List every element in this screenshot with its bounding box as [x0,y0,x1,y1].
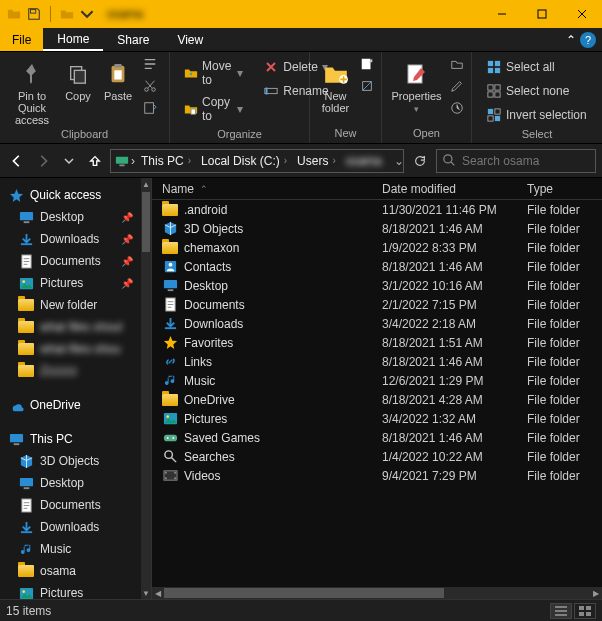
edit-icon[interactable] [449,78,465,94]
tree-item[interactable]: Documents📌 [0,250,151,272]
share-tab[interactable]: Share [103,28,163,51]
close-button[interactable] [562,0,602,28]
search-input[interactable] [462,154,602,168]
tree-item[interactable]: Downloads [0,516,151,538]
title-bar: osama [0,0,602,28]
svg-rect-28 [495,116,500,121]
forward-button[interactable] [32,150,54,172]
folder-icon [162,240,178,256]
file-row[interactable]: 3D Objects8/18/2021 1:46 AMFile folder [152,219,602,238]
dropdown-icon[interactable] [79,6,95,22]
tree-item[interactable]: Pictures [0,582,151,599]
folder-icon [18,319,34,335]
view-tab[interactable]: View [163,28,217,51]
tree-item[interactable]: Zzzzzz [0,360,151,382]
copy-path-icon[interactable] [142,56,158,72]
paste-button[interactable]: Paste [98,56,138,102]
horizontal-scrollbar[interactable]: ◀▶ [152,587,602,599]
file-row[interactable]: Searches1/4/2022 10:22 AMFile folder [152,447,602,466]
file-row[interactable]: chemaxon1/9/2022 8:33 PMFile folder [152,238,602,257]
organize-group-label: Organize [170,126,309,144]
minimize-button[interactable] [482,0,522,28]
file-row[interactable]: .android11/30/2021 11:46 PMFile folder [152,200,602,219]
crumb-this-pc[interactable]: This PC› [137,154,195,168]
column-name[interactable]: Name⌃ [152,182,382,196]
properties-button[interactable]: Properties▾ [388,56,445,114]
back-button[interactable] [6,150,28,172]
up-button[interactable] [84,150,106,172]
sidebar-scrollbar[interactable]: ▲▼ [141,178,151,599]
refresh-button[interactable] [408,149,432,173]
address-dropdown-icon[interactable]: ⌄ [388,154,404,168]
details-view-button[interactable] [550,603,572,619]
tree-item[interactable]: Pictures📌 [0,272,151,294]
file-row[interactable]: Videos9/4/2021 7:29 PMFile folder [152,466,602,485]
pc-icon [115,153,129,169]
move-to-button[interactable]: Move to▾ [178,56,249,90]
tree-item[interactable]: Desktop [0,472,151,494]
cut-icon[interactable] [142,78,158,94]
select-group-label: Select [472,126,602,144]
select-none-button[interactable]: Select none [480,80,593,102]
file-row[interactable]: Desktop3/1/2022 10:16 AMFile folder [152,276,602,295]
column-type[interactable]: Type [527,182,602,196]
file-row[interactable]: Favorites8/18/2021 1:51 AMFile folder [152,333,602,352]
home-tab[interactable]: Home [43,28,103,51]
crumb-users[interactable]: Users› [293,154,340,168]
copy-to-button[interactable]: Copy to▾ [178,92,249,126]
column-headers[interactable]: Name⌃ Date modified Type [152,178,602,200]
new-folder-button[interactable]: New folder [316,56,355,114]
folder-icon [18,563,34,579]
breadcrumb[interactable]: › This PC› Local Disk (C:)› Users› osama… [110,149,404,173]
new-item-icon[interactable] [359,56,375,72]
help-icon[interactable]: ? [580,32,596,48]
column-date[interactable]: Date modified [382,182,527,196]
crumb-local-disk[interactable]: Local Disk (C:)› [197,154,291,168]
file-type: File folder [527,203,602,217]
tree-item[interactable]: 3D Objects [0,450,151,472]
tree-item[interactable]: Quick access [0,184,151,206]
tree-item[interactable]: osama [0,560,151,582]
file-row[interactable]: Downloads3/4/2022 2:18 AMFile folder [152,314,602,333]
copy-button[interactable]: Copy [58,56,98,102]
collapse-ribbon-icon[interactable]: ⌃ [566,33,576,47]
tree-item[interactable]: This PC [0,428,151,450]
file-row[interactable]: Saved Games8/18/2021 1:46 AMFile folder [152,428,602,447]
history-icon[interactable] [449,100,465,116]
tree-item[interactable]: New folder [0,294,151,316]
file-row[interactable]: Links8/18/2021 1:46 AMFile folder [152,352,602,371]
copy-icon [64,60,92,88]
save-icon[interactable] [26,6,42,22]
move-to-icon [184,65,198,81]
thumbnails-view-button[interactable] [574,603,596,619]
tree-item[interactable]: what-files-shou [0,338,151,360]
invert-selection-button[interactable]: Invert selection [480,104,593,126]
tree-item[interactable]: Music [0,538,151,560]
chevron-right-icon[interactable]: › [131,154,135,168]
file-tab[interactable]: File [0,28,43,51]
file-row[interactable]: OneDrive8/18/2021 4:28 AMFile folder [152,390,602,409]
file-row[interactable]: Music12/6/2021 1:29 PMFile folder [152,371,602,390]
tree-item[interactable]: Downloads📌 [0,228,151,250]
easy-access-icon[interactable] [359,78,375,94]
open-icon[interactable] [449,56,465,72]
tree-item[interactable]: Desktop📌 [0,206,151,228]
tree-item[interactable]: OneDrive [0,394,151,416]
crumb-current[interactable]: osama [342,154,386,168]
paste-shortcut-icon[interactable] [142,100,158,116]
file-row[interactable]: Documents2/1/2022 7:15 PMFile folder [152,295,602,314]
file-row[interactable]: Contacts8/18/2021 1:46 AMFile folder [152,257,602,276]
pin-to-quick-access-button[interactable]: Pin to Quick access [6,56,58,126]
select-all-button[interactable]: Select all [480,56,593,78]
tree-item[interactable]: what files shoul [0,316,151,338]
qa-folder-icon[interactable] [59,6,75,22]
file-row[interactable]: Pictures3/4/2022 1:32 AMFile folder [152,409,602,428]
search-box[interactable] [436,149,596,173]
recent-locations-button[interactable] [58,150,80,172]
file-date: 9/4/2021 7:29 PM [382,469,527,483]
file-date: 8/18/2021 1:46 AM [382,260,527,274]
tree-item[interactable]: Documents [0,494,151,516]
desktop-icon [162,278,178,294]
maximize-button[interactable] [522,0,562,28]
paste-icon [104,60,132,88]
